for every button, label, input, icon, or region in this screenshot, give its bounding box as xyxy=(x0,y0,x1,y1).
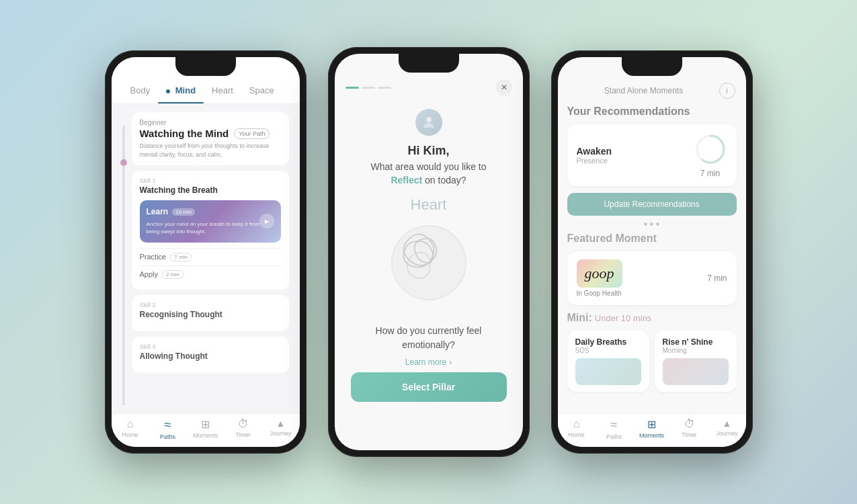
rec-right: 7 min xyxy=(694,132,727,178)
skill-3-name: Allowing Thought xyxy=(140,351,281,361)
question-text: What area would you like to Reflect on t… xyxy=(371,161,487,187)
moments-icon: ⊞ xyxy=(201,418,210,431)
mini-sub-1: SOS xyxy=(575,347,641,354)
recommendations-title: Your Recommendations xyxy=(567,106,737,118)
learn-description: Anchor your mind on your breath to keep … xyxy=(147,220,274,235)
dot-1 xyxy=(644,222,647,226)
home-icon: ⌂ xyxy=(127,418,134,430)
timer-icon: ⏱ xyxy=(238,418,249,430)
tab-heart[interactable]: Heart xyxy=(204,83,241,98)
skill-2-name: Recognising Thought xyxy=(140,310,281,319)
rec-sub: Presence xyxy=(577,157,612,165)
journey-icon: ▲ xyxy=(276,418,286,429)
rec-duration: 7 min xyxy=(700,169,720,178)
info-button[interactable]: i xyxy=(719,83,735,99)
paths-icon-3: ≈ xyxy=(611,418,618,432)
emotional-question: How do you currently feel emotionally? xyxy=(351,324,507,352)
phone-3: Stand Alone Moments i Your Recommendatio… xyxy=(551,50,753,454)
pillar-section: Heart xyxy=(351,196,507,317)
nav-journey-label: Journey xyxy=(270,430,291,437)
practice-row[interactable]: Practice 7 min xyxy=(140,248,281,265)
featured-duration: 7 min xyxy=(707,274,727,283)
carousel-dots xyxy=(567,222,737,226)
nav-timer-label-3: Timer xyxy=(682,431,697,438)
progress-dots xyxy=(345,87,391,89)
phone-1-body: Beginner Watching the Mind Your Path Dis… xyxy=(112,104,300,413)
nav-home-1[interactable]: ⌂ Home xyxy=(112,418,149,440)
learn-more-link[interactable]: Learn more › xyxy=(405,358,452,367)
journey-icon-3: ▲ xyxy=(723,418,732,429)
nav-timer-1[interactable]: ⏱ Timer xyxy=(225,418,262,440)
apply-row[interactable]: Apply 2 min xyxy=(140,265,281,283)
apply-label: Apply xyxy=(140,270,159,278)
nav-journey-label-3: Journey xyxy=(716,430,737,437)
svg-point-0 xyxy=(426,117,432,122)
tab-mind[interactable]: Mind xyxy=(158,83,204,98)
mini-subtitle: Under 10 mins xyxy=(595,313,652,323)
notch-3 xyxy=(622,57,682,76)
nav-timer-label: Timer xyxy=(235,431,251,438)
select-pillar-button[interactable]: Select Pillar xyxy=(351,372,507,402)
nav-paths-label: Paths xyxy=(160,433,175,440)
path-title: Watching the Mind Your Path xyxy=(140,128,281,139)
bottom-nav-3: ⌂ Home ≈ Paths ⊞ Moments ⏱ Timer ▲ Jou xyxy=(558,413,746,447)
moments-icon-3: ⊞ xyxy=(647,418,656,431)
practice-time: 7 min xyxy=(170,253,192,261)
phone-1-content: Body Mind Heart Space Beginner xyxy=(112,57,300,447)
your-path-badge: Your Path xyxy=(234,128,270,139)
goop-logo: goop xyxy=(577,259,622,288)
featured-left: goop In Goop Health xyxy=(577,259,622,297)
tab-space[interactable]: Space xyxy=(241,83,282,98)
progress-dot-2 xyxy=(362,87,375,89)
mini-name-2: Rise n' Shine xyxy=(663,337,729,347)
nav-timer-3[interactable]: ⏱ Timer xyxy=(671,418,708,440)
mini-thumb-2 xyxy=(663,358,729,385)
circle-progress xyxy=(694,132,727,166)
nav-journey-3[interactable]: ▲ Journey xyxy=(708,418,746,440)
featured-sub: In Goop Health xyxy=(577,290,622,297)
skill-2-card[interactable]: Skill 2 Recognising Thought xyxy=(132,295,289,331)
phone-2-screen: ✕ Hi Kim, What area would you like to Re… xyxy=(335,54,523,450)
skill-3-card[interactable]: Skill 3 Allowing Thought xyxy=(132,337,289,373)
phone-2: ✕ Hi Kim, What area would you like to Re… xyxy=(328,47,530,457)
main-content: Beginner Watching the Mind Your Path Dis… xyxy=(132,112,289,405)
dot-3 xyxy=(656,222,659,226)
nav-paths-3[interactable]: ≈ Paths xyxy=(596,418,633,440)
play-button[interactable]: ▶ xyxy=(259,214,274,228)
skill-1-label: Skill 1 xyxy=(140,177,281,184)
featured-title: Featured Moment xyxy=(567,233,737,245)
nav-home-label-3: Home xyxy=(568,431,584,438)
skill-3-label: Skill 3 xyxy=(140,343,281,350)
nav-paths-label-3: Paths xyxy=(606,433,622,440)
mini-header: Mini: Under 10 mins xyxy=(567,312,737,324)
update-recommendations-button[interactable]: Update Recommendations xyxy=(567,193,737,216)
phone-2-content: ✕ Hi Kim, What area would you like to Re… xyxy=(335,54,523,450)
skill-header-card: Beginner Watching the Mind Your Path Dis… xyxy=(132,112,289,165)
page-title-3: Stand Alone Moments xyxy=(604,86,683,95)
phone-2-body: Hi Kim, What area would you like to Refl… xyxy=(335,102,523,450)
learn-time-badge: 10 min xyxy=(172,208,195,216)
nav-journey-1[interactable]: ▲ Journey xyxy=(262,418,300,440)
phone-3-content: Stand Alone Moments i Your Recommendatio… xyxy=(558,57,746,447)
phone-3-screen: Stand Alone Moments i Your Recommendatio… xyxy=(558,57,746,447)
learn-card[interactable]: Learn 10 min Anchor your mind on your br… xyxy=(140,200,281,242)
featured-card[interactable]: goop In Goop Health 7 min xyxy=(567,251,737,305)
progress-dot-3 xyxy=(378,87,391,89)
close-button[interactable]: ✕ xyxy=(496,79,512,95)
mini-grid: Daily Breaths SOS Rise n' Shine Morning xyxy=(567,331,737,392)
recommendation-card[interactable]: Awaken Presence 7 min xyxy=(567,124,737,186)
nav-home-3[interactable]: ⌂ Home xyxy=(558,418,596,440)
swirl-graphic xyxy=(385,219,473,306)
active-tab-dot xyxy=(166,89,170,93)
rec-name: Awaken xyxy=(577,146,612,157)
mini-card-1[interactable]: Daily Breaths SOS xyxy=(567,331,649,392)
mini-thumb-1 xyxy=(575,358,641,385)
tab-body[interactable]: Body xyxy=(122,83,159,98)
user-avatar xyxy=(415,109,442,136)
nav-moments-3[interactable]: ⊞ Moments xyxy=(633,418,671,440)
nav-paths-1[interactable]: ≈ Paths xyxy=(149,418,187,440)
mini-card-2[interactable]: Rise n' Shine Morning xyxy=(655,331,737,392)
path-description: Distance yourself from your thoughts to … xyxy=(140,142,281,159)
nav-moments-1[interactable]: ⊞ Moments xyxy=(187,418,225,440)
progress-dot xyxy=(120,159,127,166)
